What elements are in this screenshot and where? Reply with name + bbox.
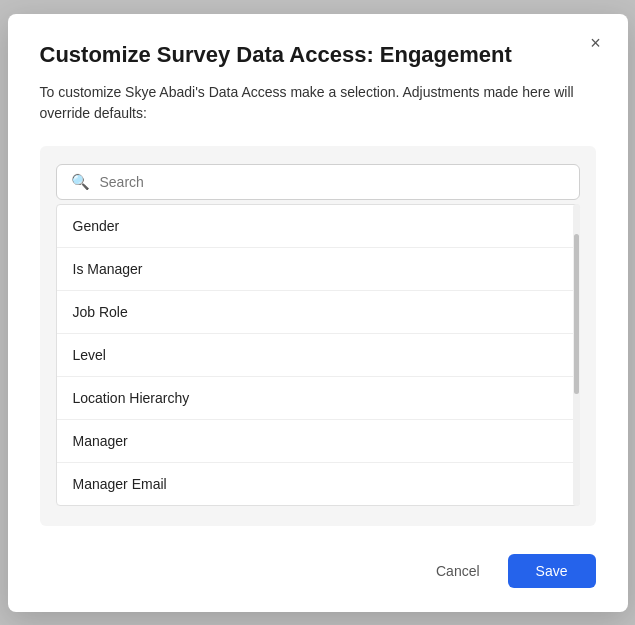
dialog-overlay: × Customize Survey Data Access: Engageme… xyxy=(0,0,635,625)
list-item[interactable]: Is Manager xyxy=(57,248,579,291)
close-button[interactable]: × xyxy=(582,30,610,58)
dialog-body: 🔍 Gender Is Manager Job Role Level xyxy=(40,146,596,526)
scrollbar-thumb[interactable] xyxy=(574,234,579,394)
list-item[interactable]: Job Role xyxy=(57,291,579,334)
dialog-description: To customize Skye Abadi's Data Access ma… xyxy=(40,82,596,124)
list-item[interactable]: Location Hierarchy xyxy=(57,377,579,420)
search-box: 🔍 xyxy=(56,164,580,200)
cancel-button[interactable]: Cancel xyxy=(420,555,496,587)
list-item[interactable]: Manager Email xyxy=(57,463,579,505)
dialog-footer: Cancel Save xyxy=(40,546,596,588)
dropdown-list: Gender Is Manager Job Role Level Locatio… xyxy=(56,204,580,506)
dialog-title: Customize Survey Data Access: Engagement xyxy=(40,42,596,68)
list-item[interactable]: Level xyxy=(57,334,579,377)
list-item[interactable]: Gender xyxy=(57,205,579,248)
scrollbar-track xyxy=(573,204,580,506)
search-input[interactable] xyxy=(100,174,565,190)
list-item[interactable]: Manager xyxy=(57,420,579,463)
search-icon: 🔍 xyxy=(71,173,90,191)
close-icon: × xyxy=(590,33,601,54)
save-button[interactable]: Save xyxy=(508,554,596,588)
dialog: × Customize Survey Data Access: Engageme… xyxy=(8,14,628,612)
